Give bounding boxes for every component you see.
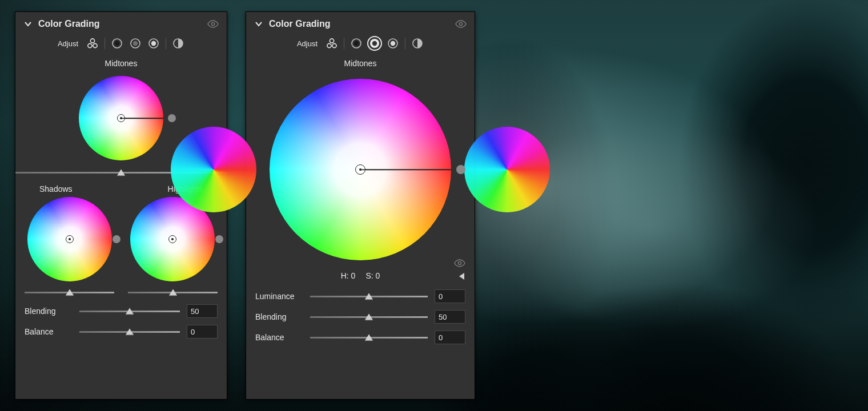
- adjust-mode-three-way-icon[interactable]: [86, 37, 99, 50]
- svg-point-3: [93, 43, 97, 47]
- divider: [166, 38, 166, 49]
- prev-wheel-peek-icon[interactable]: [171, 127, 256, 212]
- adjust-mode-row: Adjust: [246, 34, 475, 55]
- svg-point-18: [372, 41, 377, 46]
- blending-row: Blending 50: [15, 301, 227, 321]
- blending-label: Blending: [255, 312, 303, 321]
- collapse-toggle-icon[interactable]: [254, 19, 263, 29]
- blending-row: Blending 50: [246, 307, 475, 327]
- luminance-slider[interactable]: [310, 291, 428, 301]
- midtones-hue-ring-knob[interactable]: [456, 165, 465, 174]
- midtones-wheel-pointer[interactable]: [355, 164, 365, 175]
- shadows-wheel-pointer[interactable]: [66, 235, 74, 243]
- svg-point-7: [133, 41, 138, 46]
- adjust-mode-shadows-icon[interactable]: [350, 37, 363, 50]
- balance-value-input[interactable]: 0: [435, 331, 465, 344]
- panel-header: Color Grading: [246, 12, 475, 34]
- balance-slider[interactable]: [79, 327, 180, 337]
- svg-point-20: [391, 41, 395, 46]
- luminance-value-input[interactable]: 0: [435, 289, 465, 303]
- adjust-mode-three-way-icon[interactable]: [326, 37, 338, 50]
- highlights-hue-ring-knob[interactable]: [215, 235, 223, 243]
- adjust-mode-global-icon[interactable]: [411, 37, 424, 50]
- svg-point-1: [90, 39, 94, 43]
- adjust-mode-highlights-icon[interactable]: [147, 37, 160, 50]
- divider: [405, 38, 405, 49]
- adjust-mode-midtones-icon[interactable]: [129, 37, 142, 50]
- shadows-luminance-slider[interactable]: [25, 287, 114, 297]
- svg-point-16: [354, 41, 359, 46]
- midtones-color-wheel[interactable]: [270, 79, 451, 260]
- balance-row: Balance 0: [15, 321, 227, 342]
- midtones-color-wheel[interactable]: [79, 76, 163, 160]
- blending-slider[interactable]: [79, 306, 180, 316]
- svg-point-12: [329, 39, 333, 43]
- balance-label: Balance: [255, 333, 303, 342]
- panel-title: Color Grading: [38, 19, 100, 29]
- blending-slider[interactable]: [310, 312, 428, 322]
- shadows-color-wheel[interactable]: [27, 197, 112, 281]
- saturation-readout[interactable]: S: 0: [365, 271, 380, 280]
- collapse-readout-icon[interactable]: [459, 273, 464, 280]
- midtones-wheel-container: [246, 72, 475, 267]
- shadows-label: Shadows: [39, 184, 73, 194]
- color-grading-panel-detail: Color Grading Adjust Midtones: [246, 11, 475, 400]
- panel-header: Color Grading: [15, 12, 227, 34]
- svg-point-5: [115, 41, 119, 46]
- svg-point-2: [88, 43, 92, 47]
- highlights-wheel-pointer[interactable]: [168, 235, 176, 243]
- hue-readout[interactable]: H: 0: [341, 271, 356, 280]
- midtones-wheel-pointer[interactable]: [117, 114, 125, 122]
- divider: [344, 38, 344, 49]
- svg-point-9: [151, 41, 156, 46]
- adjust-mode-shadows-icon[interactable]: [111, 37, 123, 50]
- visibility-toggle-icon[interactable]: [207, 20, 219, 28]
- blending-label: Blending: [25, 307, 73, 316]
- visibility-toggle-icon[interactable]: [455, 20, 467, 28]
- adjust-mode-row: Adjust: [15, 34, 227, 55]
- divider: [105, 38, 105, 49]
- blending-value-input[interactable]: 50: [435, 310, 465, 324]
- balance-slider[interactable]: [310, 332, 428, 342]
- panel-title: Color Grading: [269, 19, 331, 29]
- svg-point-13: [327, 43, 331, 47]
- svg-point-14: [332, 43, 336, 47]
- shadows-hue-ring-knob[interactable]: [112, 235, 120, 243]
- adjust-mode-global-icon[interactable]: [172, 37, 184, 50]
- adjust-mode-midtones-icon[interactable]: [368, 37, 381, 50]
- highlights-luminance-slider[interactable]: [128, 287, 218, 297]
- adjust-mode-highlights-icon[interactable]: [387, 37, 399, 50]
- luminance-row: Luminance 0: [246, 286, 475, 307]
- adjust-label: Adjust: [297, 39, 318, 48]
- next-wheel-peek-icon[interactable]: [464, 127, 550, 212]
- blending-value-input[interactable]: 50: [187, 304, 218, 318]
- midtones-label: Midtones: [15, 55, 227, 72]
- hue-sat-readout-row: H: 0 S: 0: [246, 267, 475, 286]
- midtones-hue-ring-knob[interactable]: [168, 114, 176, 122]
- collapse-toggle-icon[interactable]: [23, 19, 33, 29]
- dual-wheels-row: [15, 197, 227, 281]
- svg-point-11: [459, 22, 462, 25]
- svg-point-0: [211, 22, 214, 25]
- svg-point-22: [458, 261, 461, 264]
- adjust-label: Adjust: [58, 39, 78, 48]
- dual-luminance-sliders: [15, 281, 227, 301]
- balance-label: Balance: [25, 327, 73, 336]
- luminance-label: Luminance: [255, 292, 303, 301]
- balance-value-input[interactable]: 0: [187, 325, 218, 339]
- midtones-label: Midtones: [246, 55, 475, 72]
- balance-row: Balance 0: [246, 327, 475, 348]
